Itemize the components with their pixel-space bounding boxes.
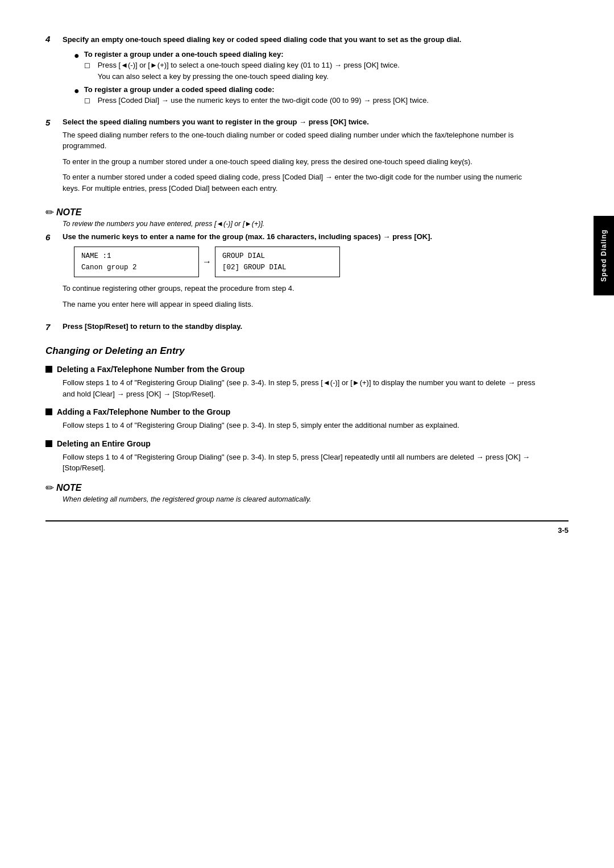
step-6-block: 6 Use the numeric keys to enter a name f… [45, 232, 540, 314]
bullet-one-touch: ● To register a group under a one-touch … [74, 50, 540, 81]
note-1-text: To review the numbers you have entered, … [63, 220, 540, 228]
note-1-block: ✏ NOTE To review the numbers you have en… [45, 206, 540, 228]
bullet1-detail: ☐ Press [◄(-)] or [►(+)] to select a one… [84, 61, 400, 70]
page-number: 3-5 [45, 526, 569, 535]
changing-section-title: Changing or Deleting an Entry [45, 345, 540, 357]
note-2-text: When deleting all numbers, the registere… [63, 495, 540, 503]
step-4-block: 4 Specify an empty one-touch speed diali… [45, 34, 540, 110]
step-7-title: Press [Stop/Reset] to return to the stan… [63, 322, 540, 331]
step-5-block: 5 Select the speed dialing numbers you w… [45, 118, 540, 199]
lcd-right: GROUP DIAL [02] GROUP DIAL [215, 247, 340, 277]
step-5-para1: The speed dialing number refers to the o… [63, 130, 540, 152]
step-6-para2: The name you enter here will appear in s… [63, 299, 540, 310]
step-4-bullets: ● To register a group under a one-touch … [74, 50, 540, 107]
subsection-2-block: Adding a Fax/Telephone Number to the Gro… [45, 407, 540, 431]
bullet1-title: To register a group under a one-touch sp… [84, 50, 284, 59]
bullet-circle-icon-2: ● [74, 85, 80, 96]
black-square-icon [45, 366, 52, 373]
chapter-tab: Speed Dialing [594, 216, 614, 295]
subsection-3-title: Deleting an Entire Group [45, 439, 540, 448]
step-6-text: Use the numeric keys to enter a name for… [63, 232, 540, 314]
lcd-right-line1: GROUP DIAL [222, 251, 333, 262]
note-pencil-icon-2: ✏ [45, 482, 54, 494]
step-7-block: 7 Press [Stop/Reset] to return to the st… [45, 322, 540, 334]
note-1-label: NOTE [56, 207, 81, 218]
bullet2-title: To register a group under a coded speed … [84, 85, 275, 94]
step-5-text: Select the speed dialing numbers you wan… [63, 118, 540, 199]
step-6-number: 6 [45, 232, 56, 242]
bottom-rule [45, 520, 569, 521]
step-5-title: Select the speed dialing numbers you wan… [63, 118, 540, 126]
step-4-text: Specify an empty one-touch speed dialing… [63, 34, 540, 110]
step-5-number: 5 [45, 118, 56, 127]
bullet-circle-icon: ● [74, 50, 80, 61]
checkbox-icon-2: ☐ [84, 97, 93, 105]
step-6-para1: To continue registering other groups, re… [63, 283, 540, 294]
lcd-left-line1: NAME :1 [81, 251, 192, 262]
lcd-right-line2: [02] GROUP DIAL [222, 262, 333, 273]
bullet-coded-dial: ● To register a group under a coded spee… [74, 85, 540, 107]
lcd-display: NAME :1 Canon group 2 → GROUP DIAL [02] … [74, 247, 540, 277]
step-4-number: 4 [45, 34, 56, 44]
subsection-2-title: Adding a Fax/Telephone Number to the Gro… [45, 407, 540, 416]
bullet1-text: Press [◄(-)] or [►(+)] to select a one-t… [98, 61, 400, 69]
bullet2-detail: ☐ Press [Coded Dial] → use the numeric k… [84, 96, 429, 105]
note-2-block: ✏ NOTE When deleting all numbers, the re… [45, 482, 540, 503]
subsection-3-block: Deleting an Entire Group Follow steps 1 … [45, 439, 540, 474]
step-7-number: 7 [45, 322, 56, 332]
subsection-1-title: Deleting a Fax/Telephone Number from the… [45, 365, 540, 374]
main-content: 4 Specify an empty one-touch speed diali… [45, 34, 540, 503]
subsection-2-text: Follow steps 1 to 4 of "Registering Grou… [63, 420, 540, 431]
lcd-arrow-icon: → [202, 257, 211, 267]
subsection-1-text: Follow steps 1 to 4 of "Registering Grou… [63, 377, 540, 399]
note-pencil-icon: ✏ [45, 206, 54, 219]
subsection-3-text: Follow steps 1 to 4 of "Registering Grou… [63, 452, 540, 474]
lcd-left-line2: Canon group 2 [81, 262, 192, 273]
checkbox-icon: ☐ [84, 62, 93, 70]
bullet1-sub: You can also select a key by pressing th… [98, 72, 400, 81]
subsection-1-block: Deleting a Fax/Telephone Number from the… [45, 365, 540, 399]
black-square-icon-2 [45, 408, 52, 415]
step-4-title: Specify an empty one-touch speed dialing… [63, 34, 540, 45]
lcd-left: NAME :1 Canon group 2 [74, 247, 199, 277]
black-square-icon-3 [45, 440, 52, 447]
page: Speed Dialing 4 Specify an empty one-tou… [0, 0, 614, 868]
note-2-label: NOTE [56, 483, 81, 493]
bullet2-text: Press [Coded Dial] → use the numeric key… [98, 96, 429, 105]
step-6-title: Use the numeric keys to enter a name for… [63, 232, 540, 241]
step-7-text: Press [Stop/Reset] to return to the stan… [63, 322, 540, 334]
step-5-para3: To enter a number stored under a coded s… [63, 172, 540, 194]
step-5-para2: To enter in the group a number stored un… [63, 156, 540, 168]
